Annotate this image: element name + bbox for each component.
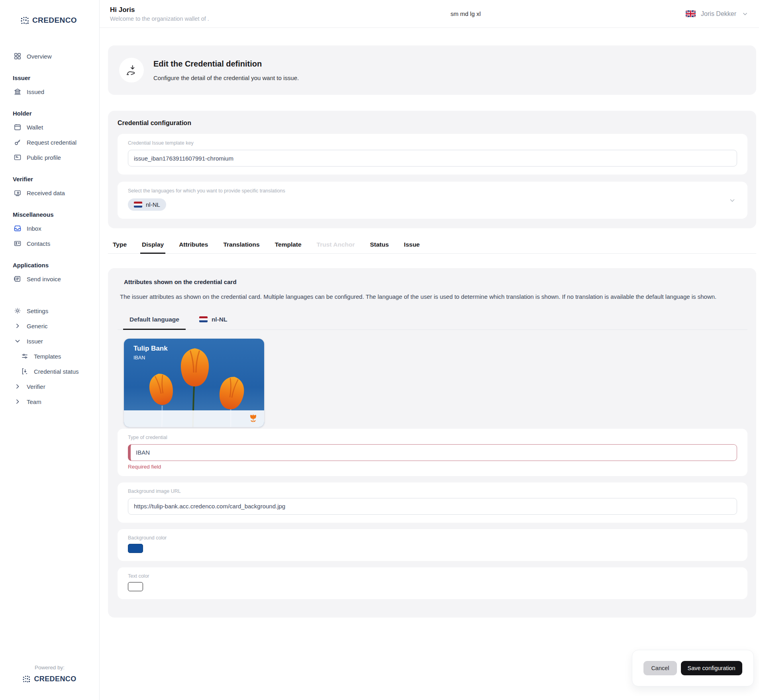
sidebar-item-label: Inbox — [27, 225, 41, 232]
sidebar-item-settings[interactable]: Settings — [0, 303, 99, 318]
brand-name: CREDENCO — [32, 16, 77, 25]
sidebar-section-applications: Applications — [13, 262, 99, 269]
tab-translations[interactable]: Translations — [223, 237, 260, 253]
sidebar-gap — [0, 286, 99, 303]
sidebar-item-wallet[interactable]: Wallet — [0, 120, 99, 135]
greeting-text: Hi Joris — [110, 6, 245, 14]
chevron-down-icon[interactable] — [728, 196, 736, 204]
tab-nl-nl[interactable]: nl-NL — [193, 311, 234, 329]
chevron-down-icon[interactable] — [741, 10, 749, 18]
template-key-input[interactable] — [128, 150, 737, 167]
form-actions-card: Cancel Save configuration — [632, 650, 754, 686]
sidebar-item-label: Issued — [27, 88, 44, 95]
hand-receive-icon — [126, 64, 137, 76]
card-credential-type: IBAN — [133, 355, 145, 361]
tab-issue[interactable]: Issue — [404, 237, 420, 253]
tab-type[interactable]: Type — [112, 237, 127, 253]
uk-flag-icon[interactable] — [686, 10, 696, 17]
type-of-credential-input[interactable] — [128, 444, 737, 461]
wallet-icon — [14, 123, 22, 131]
template-key-field-card: Credential Issue template key — [118, 134, 747, 175]
sidebar-item-request-credential[interactable]: Request credential — [0, 135, 99, 150]
sidebar-item-inbox[interactable]: Inbox — [0, 221, 99, 236]
hero-text-block: Edit the Credential definition Configure… — [153, 59, 299, 81]
panel-title: Attributes shown on the credential card — [124, 278, 747, 285]
chevron-right-icon — [14, 322, 22, 330]
card-footer-strip — [124, 410, 264, 427]
sidebar-item-overview[interactable]: Overview — [0, 49, 99, 64]
cancel-button[interactable]: Cancel — [643, 661, 677, 675]
sidebar-item-templates[interactable]: Templates — [0, 349, 99, 364]
background-image-url-card: Background image URL — [118, 482, 747, 523]
brand-name: CREDENCO — [34, 675, 76, 683]
language-tab-label: Default language — [129, 316, 179, 323]
text-color-card: Text color — [118, 567, 747, 599]
tab-template[interactable]: Template — [275, 237, 302, 253]
sidebar-item-label: Issuer — [27, 338, 43, 345]
panel-description: The issuer attributes as shown on the cr… — [120, 292, 730, 301]
sidebar-item-label: Send invoice — [27, 276, 61, 282]
sidebar-item-team[interactable]: Team — [0, 394, 99, 409]
page-subtitle: Configure the detail of the credential y… — [153, 75, 299, 81]
save-configuration-button[interactable]: Save configuration — [681, 661, 742, 675]
hero-icon-circle — [119, 58, 144, 82]
language-chip-label: nl-NL — [146, 201, 160, 208]
topbar-greeting-block: Hi Joris Welcome to the organization wal… — [110, 6, 245, 22]
received-data-icon — [14, 189, 22, 197]
sidebar-item-contacts[interactable]: Contacts — [0, 236, 99, 251]
language-chip-nl[interactable]: nl-NL — [128, 198, 166, 211]
sidebar-item-label: Generic — [27, 323, 48, 329]
sidebar-item-received-data[interactable]: Received data — [0, 185, 99, 200]
bank-icon — [14, 88, 22, 96]
tulip-logo-icon — [248, 413, 259, 424]
sidebar-section-verifier: Verifier — [13, 176, 99, 182]
powered-by-logo: CREDENCO — [0, 675, 99, 683]
sidebar-item-label: Overview — [27, 53, 52, 60]
languages-select-card[interactable]: Select the languages for which you want … — [118, 182, 747, 219]
sidebar-item-credential-status[interactable]: Credential status — [0, 364, 99, 379]
sidebar-item-label: Contacts — [27, 240, 50, 247]
text-color-swatch[interactable] — [128, 582, 143, 591]
main-area: Hi Joris Welcome to the organization wal… — [100, 0, 759, 700]
sidebar-item-label: Wallet — [27, 124, 43, 131]
sidebar-item-generic[interactable]: Generic — [0, 318, 99, 333]
card-issuer-name: Tulip Bank — [133, 345, 168, 353]
user-menu[interactable]: Joris Dekker — [686, 10, 749, 18]
credential-card-preview: Tulip Bank IBAN — [124, 339, 264, 427]
background-color-card: Background color — [118, 529, 747, 561]
logo-mark-icon — [21, 16, 29, 24]
background-image-url-input[interactable] — [128, 498, 737, 515]
tab-status[interactable]: Status — [369, 237, 389, 253]
credential-tabs: Type Display Attributes Translations Tem… — [108, 237, 756, 254]
tab-default-language[interactable]: Default language — [123, 311, 186, 329]
tab-attributes[interactable]: Attributes — [178, 237, 208, 253]
sidebar-item-label: Verifier — [27, 383, 45, 390]
gear-icon — [14, 307, 22, 315]
template-key-label: Credential Issue template key — [128, 140, 737, 146]
languages-label: Select the languages for which you want … — [128, 188, 737, 194]
sidebar-item-issued[interactable]: Issued — [0, 84, 99, 99]
sidebar-item-verifier-group[interactable]: Verifier — [0, 379, 99, 394]
chevron-right-icon — [14, 398, 22, 406]
background-color-label: Background color — [128, 535, 737, 541]
sliders-icon — [21, 352, 29, 360]
display-panel: Attributes shown on the credential card … — [108, 268, 756, 618]
sidebar-item-issuer-group[interactable]: Issuer — [0, 333, 99, 349]
nl-flag-icon — [134, 202, 142, 208]
logo-mark-icon — [23, 675, 31, 683]
type-of-credential-card: Type of credential Required field — [118, 429, 747, 476]
id-card-icon — [14, 153, 22, 161]
page-content: Edit the Credential definition Configure… — [108, 28, 756, 618]
tab-display[interactable]: Display — [141, 237, 164, 253]
sidebar-item-send-invoice[interactable]: Send invoice — [0, 271, 99, 286]
sidebar-item-public-profile[interactable]: Public profile — [0, 150, 99, 165]
powered-by: Powered by: CREDENCO — [0, 665, 99, 683]
status-icon — [21, 367, 29, 375]
key-icon — [14, 138, 22, 146]
background-color-swatch[interactable] — [128, 544, 143, 553]
sidebar-item-label: Settings — [27, 308, 48, 314]
hero-card: Edit the Credential definition Configure… — [108, 45, 756, 95]
invoice-icon — [14, 275, 22, 283]
nl-flag-icon — [199, 316, 208, 322]
language-tabs: Default language nl-NL — [118, 311, 747, 330]
